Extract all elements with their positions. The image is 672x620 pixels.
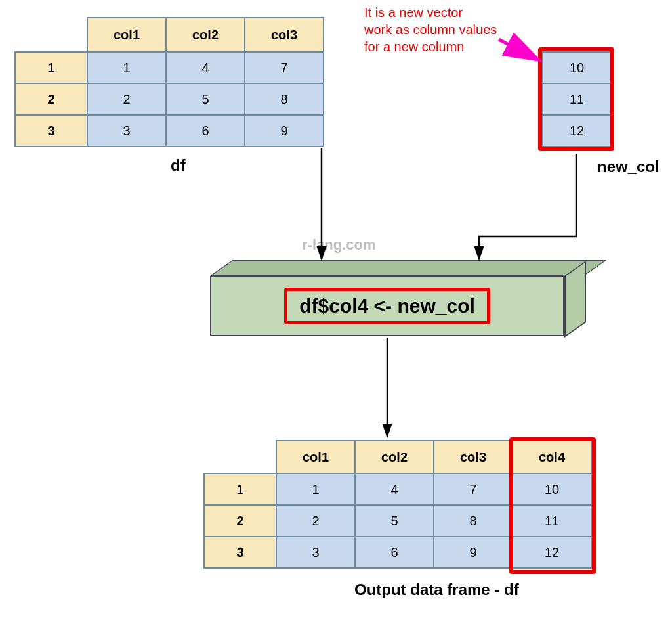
input-cell: 6 — [166, 115, 245, 146]
annotation-arrow-icon — [499, 39, 537, 59]
output-cell: 12 — [513, 537, 591, 568]
watermark-text: r-lang.com — [302, 236, 375, 254]
new-vector-caption: new_col — [597, 158, 660, 176]
output-cell: 3 — [276, 537, 355, 568]
input-col-header: col2 — [166, 18, 245, 52]
operation-code: df$col4 <- new_col — [284, 288, 490, 324]
input-row-index: 3 — [15, 115, 87, 146]
input-df-table: col1 col2 col3 1 1 4 7 2 2 5 8 3 3 6 9 — [14, 17, 324, 147]
input-df-caption: df — [171, 156, 186, 175]
vector-cell: 10 — [543, 52, 611, 83]
output-col-header: col4 — [513, 441, 591, 474]
input-cell: 2 — [87, 83, 166, 115]
output-df-table: col1 col2 col3 col4 1 1 4 7 10 2 2 5 8 1… — [203, 440, 592, 569]
new-vector-table: 10 11 12 — [542, 51, 612, 147]
input-cell: 8 — [245, 83, 324, 115]
input-cell: 9 — [245, 115, 324, 146]
input-col-header: col1 — [87, 18, 166, 52]
output-cell: 6 — [355, 537, 434, 568]
annotation-line: for a new column — [364, 39, 464, 54]
output-cell: 10 — [513, 474, 591, 505]
vector-cell: 11 — [543, 83, 611, 115]
annotation-text: It is a new vector work as column values… — [364, 4, 497, 55]
output-df-caption: Output data frame - df — [354, 581, 519, 599]
output-cell: 11 — [513, 505, 591, 537]
annotation-line: It is a new vector — [364, 5, 463, 20]
output-row-index: 1 — [204, 474, 276, 505]
output-row-index: 3 — [204, 537, 276, 568]
output-cell: 2 — [276, 505, 355, 537]
output-row-index: 2 — [204, 505, 276, 537]
annotation-line: work as column values — [364, 22, 497, 37]
input-cell: 5 — [166, 83, 245, 115]
input-row-index: 1 — [15, 52, 87, 83]
output-cell: 9 — [434, 537, 513, 568]
output-cell: 5 — [355, 505, 434, 537]
input-row-index: 2 — [15, 83, 87, 115]
input-cell: 7 — [245, 52, 324, 83]
output-cell: 4 — [355, 474, 434, 505]
input-cell: 3 — [87, 115, 166, 146]
output-col-header: col2 — [355, 441, 434, 474]
input-col-header: col3 — [245, 18, 324, 52]
output-cell: 1 — [276, 474, 355, 505]
arrow-vector-to-op-icon — [479, 154, 576, 259]
output-cell: 7 — [434, 474, 513, 505]
input-cell: 4 — [166, 52, 245, 83]
output-col-header: col3 — [434, 441, 513, 474]
operation-box: df$col4 <- new_col — [210, 276, 564, 336]
output-col-header: col1 — [276, 441, 355, 474]
input-cell: 1 — [87, 52, 166, 83]
vector-cell: 12 — [543, 115, 611, 146]
output-cell: 8 — [434, 505, 513, 537]
